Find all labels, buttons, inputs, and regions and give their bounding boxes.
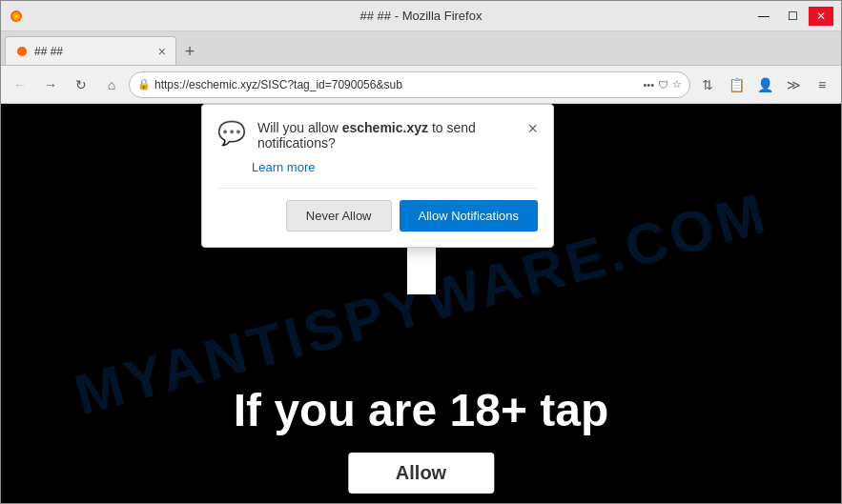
container-button[interactable]: 📋 xyxy=(723,71,750,98)
new-tab-button[interactable]: + xyxy=(176,38,203,65)
more-url-icon: ••• xyxy=(643,79,654,91)
extensions-button[interactable]: ≫ xyxy=(780,71,807,98)
svg-point-3 xyxy=(17,47,27,56)
tab-close-button[interactable]: × xyxy=(158,45,166,58)
menu-button[interactable]: ≡ xyxy=(809,71,835,98)
tab-favicon-icon xyxy=(15,45,29,58)
account-button[interactable]: 👤 xyxy=(751,71,778,98)
notification-popup: 💬 Will you allow eschemic.xyz to send no… xyxy=(201,104,554,248)
browser-window: ## ## - Mozilla Firefox — ☐ ✕ ## ## × + … xyxy=(0,0,842,504)
main-page-text: If you are 18+ tap xyxy=(1,384,841,436)
title-bar: ## ## - Mozilla Firefox — ☐ ✕ xyxy=(1,1,841,31)
synced-tabs-button[interactable]: ⇅ xyxy=(694,71,721,98)
page-allow-button-container: Allow xyxy=(348,453,494,494)
url-bar[interactable]: 🔒 https://eschemic.xyz/SISC?tag_id=70900… xyxy=(129,71,690,98)
popup-message-text: Will you allow eschemic.xyz to send noti… xyxy=(257,120,516,151)
home-button[interactable]: ⌂ xyxy=(98,71,125,98)
maximize-button[interactable]: ☐ xyxy=(780,7,805,26)
close-button[interactable]: ✕ xyxy=(809,7,833,26)
popup-actions: Never Allow Allow Notifications xyxy=(217,188,538,232)
lock-icon: 🔒 xyxy=(137,78,151,91)
forward-button[interactable]: → xyxy=(37,71,64,98)
reload-button[interactable]: ↻ xyxy=(68,71,94,98)
popup-site-name: eschemic.xyz xyxy=(342,120,428,135)
tab-bar: ## ## × + xyxy=(1,31,841,66)
minimize-button[interactable]: — xyxy=(751,7,776,26)
popup-close-button[interactable]: × xyxy=(527,120,538,137)
content-area: MYANTISPYWARE.COM If you are 18+ tap All… xyxy=(1,104,841,503)
popup-learn-more-link[interactable]: Learn more xyxy=(252,160,538,174)
window-controls: — ☐ ✕ xyxy=(751,7,833,26)
allow-notifications-button[interactable]: Allow Notifications xyxy=(400,200,539,232)
popup-message-prefix: Will you allow xyxy=(257,120,342,135)
popup-header: 💬 Will you allow eschemic.xyz to send no… xyxy=(217,120,538,151)
back-button[interactable]: ← xyxy=(7,71,33,98)
browser-tab[interactable]: ## ## × xyxy=(5,36,176,65)
nav-right-buttons: ⇅ 📋 👤 ≫ ≡ xyxy=(694,71,835,98)
page-allow-button[interactable]: Allow xyxy=(348,453,494,494)
url-text: https://eschemic.xyz/SISC?tag_id=7090056… xyxy=(154,78,639,91)
window-title: ## ## - Mozilla Firefox xyxy=(1,9,841,23)
firefox-icon xyxy=(9,9,24,24)
bookmark-icon[interactable]: ☆ xyxy=(672,78,682,91)
never-allow-button[interactable]: Never Allow xyxy=(286,200,392,232)
nav-bar: ← → ↻ ⌂ 🔒 https://eschemic.xyz/SISC?tag_… xyxy=(1,66,841,104)
svg-point-2 xyxy=(14,14,18,18)
shield-icon: 🛡 xyxy=(658,79,668,91)
notification-bell-icon: 💬 xyxy=(217,120,246,147)
tab-title: ## ## xyxy=(34,45,63,58)
